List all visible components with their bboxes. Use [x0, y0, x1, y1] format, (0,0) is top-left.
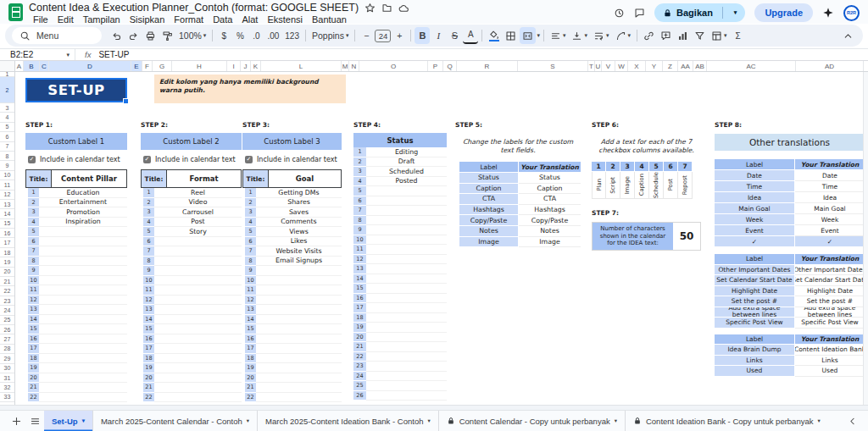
column-header-G[interactable]: G [153, 61, 172, 71]
title-label-cell[interactable]: Title: [142, 170, 167, 187]
label-cell[interactable]: Time [715, 181, 795, 192]
decrease-font-size-button[interactable]: − [359, 27, 374, 44]
checkbox-number-cell[interactable]: 5 [649, 162, 664, 172]
other-translations-header-cell[interactable]: Other translations [715, 134, 865, 151]
format-currency-button[interactable]: $ [216, 27, 231, 44]
row-index-cell[interactable]: 18 [28, 354, 39, 364]
sheet-tab[interactable]: Content Calendar - Copy untuk perbanyak▾ [438, 411, 625, 431]
row-index-cell[interactable]: 8 [353, 216, 366, 226]
column-header-P[interactable]: P [428, 61, 443, 71]
instruction-note-cell[interactable]: Edit kolom yang hanya memiliki backgroun… [154, 75, 346, 103]
row-value-cell[interactable]: Story [154, 227, 242, 237]
row-value-cell[interactable] [154, 373, 242, 384]
row-value-cell[interactable] [256, 324, 342, 334]
row-index-cell[interactable]: 24 [353, 372, 366, 382]
row-index-cell[interactable]: 20 [245, 373, 256, 384]
label-cell[interactable]: Hashtags [459, 205, 519, 216]
row-header-9[interactable]: 9 [0, 161, 14, 170]
title-label-cell[interactable]: Title: [243, 170, 269, 187]
row-value-cell[interactable] [154, 266, 242, 276]
translation-header-cell[interactable]: Your Translation [795, 334, 865, 345]
column-header-M[interactable]: M [342, 61, 349, 71]
label-header-cell[interactable]: Label [715, 159, 795, 170]
merge-cells-button[interactable] [520, 27, 536, 44]
checkbox-checked-icon[interactable]: ✓ [245, 156, 253, 163]
translation-header-cell[interactable]: Your Translation [795, 159, 865, 170]
row-value-cell[interactable] [39, 257, 127, 267]
label-cell[interactable]: Notes [459, 226, 519, 237]
row-header-21[interactable]: 21 [0, 277, 14, 286]
row-index-cell[interactable]: 11 [143, 285, 154, 296]
column-header-E[interactable]: E [131, 61, 142, 71]
row-header-17[interactable]: 17 [0, 238, 14, 247]
row-value-cell[interactable] [256, 315, 342, 325]
table-views-button[interactable]: ▾ [709, 27, 730, 44]
row-index-cell[interactable]: 15 [245, 324, 256, 334]
row-header-28[interactable]: 28 [0, 345, 14, 354]
create-filter-button[interactable] [692, 27, 708, 44]
row-index-cell[interactable]: 2 [245, 198, 256, 208]
row-index-cell[interactable]: 14 [353, 274, 366, 285]
label-cell[interactable]: Caption [459, 184, 519, 195]
setup-title-cell[interactable]: SET-UP [25, 78, 127, 102]
label-cell[interactable]: Set Calendar Start Date [715, 275, 795, 286]
translation-cell[interactable]: Set Calendar Start Date [795, 275, 865, 286]
column-header-J[interactable]: J [241, 61, 251, 71]
row-index-cell[interactable]: 19 [245, 363, 256, 373]
row-value-cell[interactable] [39, 237, 127, 247]
row-header-33[interactable]: 33 [0, 393, 14, 402]
row-value-cell[interactable] [39, 285, 127, 296]
decrease-decimal-button[interactable]: .0 [248, 27, 264, 44]
row-index-cell[interactable]: 10 [353, 235, 366, 246]
translation-cell[interactable]: Copy/Paste [519, 215, 581, 226]
row-value-cell[interactable]: Scheduled [366, 167, 447, 177]
label-cell[interactable]: Main Goal [715, 203, 795, 214]
row-value-cell[interactable]: Editing [366, 147, 447, 157]
row-index-cell[interactable]: 4 [28, 218, 39, 228]
row-index-cell[interactable]: 7 [353, 206, 366, 216]
column-header-R[interactable]: R [457, 61, 518, 71]
translation-cell[interactable]: Caption [519, 184, 581, 195]
column-header-L[interactable]: L [261, 61, 342, 71]
s2-custom-label-cell[interactable]: Custom Label 2 [141, 133, 242, 150]
row-header-13[interactable]: 13 [0, 200, 14, 209]
row-index-cell[interactable]: 18 [245, 354, 256, 364]
row-index-cell[interactable]: 5 [143, 227, 154, 237]
row-index-cell[interactable]: 14 [245, 315, 256, 325]
row-index-cell[interactable]: 9 [28, 266, 39, 276]
borders-button[interactable] [503, 27, 519, 44]
row-value-cell[interactable] [39, 334, 127, 345]
row-value-cell[interactable] [366, 294, 447, 304]
row-value-cell[interactable] [154, 285, 242, 296]
row-index-cell[interactable]: 4 [143, 218, 154, 228]
row-value-cell[interactable] [154, 315, 242, 325]
row-value-cell[interactable]: Inspiration [39, 218, 127, 228]
translation-cell[interactable]: Event [795, 225, 865, 236]
row-value-cell[interactable] [39, 373, 127, 384]
add-sheet-button[interactable] [7, 416, 25, 427]
row-index-cell[interactable]: 16 [28, 334, 39, 345]
column-header-X[interactable]: X [628, 61, 646, 71]
row-index-cell[interactable]: 7 [28, 246, 39, 257]
redo-button[interactable] [125, 27, 142, 44]
row-value-cell[interactable] [154, 257, 242, 267]
checkbox-value-cell[interactable]: Repost [678, 172, 693, 199]
label-cell[interactable]: Copy/Paste [459, 215, 519, 226]
column-header-K[interactable]: K [251, 61, 261, 71]
row-value-cell[interactable] [154, 246, 242, 257]
row-header-11[interactable]: 11 [0, 180, 14, 190]
row-index-cell[interactable]: 21 [143, 383, 154, 393]
row-index-cell[interactable]: 10 [143, 276, 154, 286]
row-value-cell[interactable]: Promotion [39, 207, 127, 218]
row-index-cell[interactable]: 13 [353, 264, 366, 274]
column-header-U[interactable]: U [595, 61, 602, 71]
all-sheets-button[interactable] [25, 416, 44, 427]
account-avatar[interactable]: R2R [843, 5, 860, 21]
strikethrough-button[interactable]: S [447, 27, 462, 44]
row-index-cell[interactable]: 9 [353, 225, 366, 235]
translation-cell[interactable]: Image [519, 237, 581, 248]
row-value-cell[interactable] [154, 324, 242, 334]
row-value-cell[interactable] [256, 285, 342, 296]
label-cell[interactable]: Add extra space between lines [715, 307, 795, 318]
label-cell[interactable]: Status [459, 173, 519, 184]
